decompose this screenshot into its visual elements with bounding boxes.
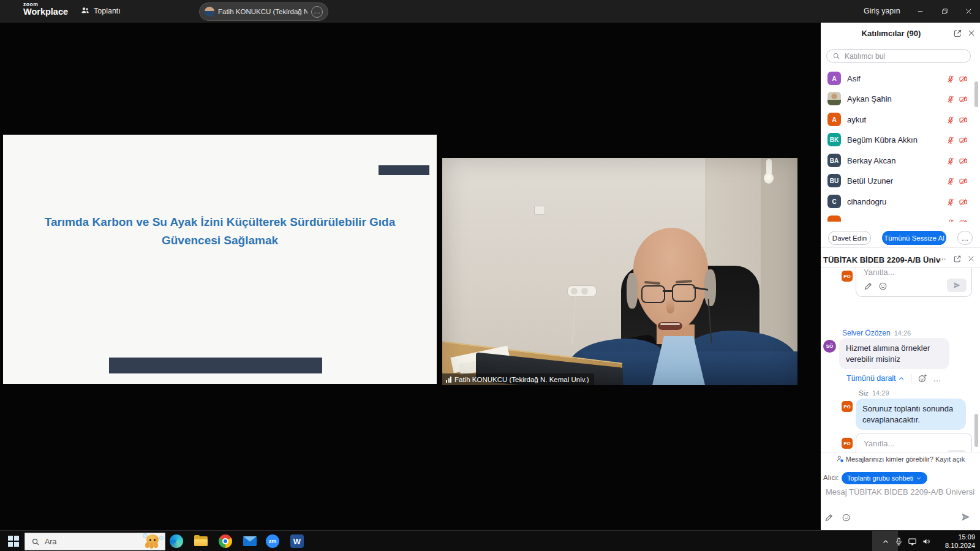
reply-composer[interactable]: Yanıtla... — [856, 433, 972, 452]
chevron-up-icon — [898, 375, 905, 382]
tray-mic-icon[interactable] — [894, 537, 903, 546]
collapse-all-link[interactable]: Tümünü daralt — [846, 374, 905, 383]
send-reply-button[interactable] — [947, 279, 967, 292]
restore-window-icon[interactable] — [941, 7, 949, 15]
close-icon[interactable] — [967, 29, 976, 37]
mic-muted-icon — [946, 75, 955, 83]
thread-more-icon[interactable]: … — [933, 374, 941, 383]
chat-bubble: Sorunuz toplantı sonunda cevaplanacaktır… — [856, 399, 966, 430]
tray-display-icon[interactable] — [908, 537, 917, 546]
camera-off-icon — [959, 219, 968, 222]
meeting-stage: Tarımda Karbon ve Su Ayak İzini Küçülter… — [0, 23, 821, 530]
person-privacy-icon — [836, 455, 844, 463]
send-message-icon[interactable] — [960, 512, 971, 522]
chat-scrollbar[interactable] — [974, 414, 978, 447]
reply-composer-partial[interactable]: Yanıtla... — [856, 268, 972, 297]
mic-muted-icon — [946, 136, 955, 144]
file-explorer-icon[interactable] — [194, 534, 208, 548]
signal-bars-icon — [446, 377, 451, 383]
collapse-all-label: Tümünü daralt — [846, 374, 896, 383]
mic-muted-icon — [946, 198, 955, 206]
thread-tools: Tümünü daralt … — [846, 373, 941, 383]
taskbar-clock[interactable]: 15:09 8.10.2024 — [938, 533, 975, 550]
emoji-icon[interactable] — [842, 513, 851, 522]
participant-row[interactable]: Aykan Şahin — [821, 90, 980, 108]
participant-search[interactable] — [826, 49, 971, 63]
recipient-value: Toplantı grubu sohbeti — [847, 474, 913, 482]
participant-row[interactable]: BK Begüm Kübra Akkın — [821, 131, 980, 149]
start-button[interactable] — [8, 536, 20, 547]
chat-scroll-area[interactable]: PO Yanıtla... Selver Özözen14:26 SÖ Hizm… — [821, 268, 980, 452]
video-vignette — [442, 158, 797, 385]
participants-scrollbar[interactable] — [974, 81, 978, 107]
participant-name: Aykan Şahin — [847, 94, 892, 103]
video-name-label: Fatih KONUKCU (Tekirdağ N. Kemal Univ.) — [442, 373, 594, 385]
participant-row[interactable]: A aykut — [821, 111, 980, 129]
avatar: A — [827, 72, 841, 85]
participant-row[interactable]: A Asif — [821, 70, 980, 88]
mic-muted-icon — [946, 116, 955, 124]
message-input[interactable]: Mesaj TÜBİTAK BİDEB 2209-A/B Üniversit..… — [826, 487, 975, 497]
message-header: Siz14:29 — [859, 389, 889, 397]
participant-row-partial[interactable] — [821, 214, 980, 222]
people-icon — [80, 6, 90, 15]
avatar: SÖ — [823, 340, 836, 353]
participant-name: aykut — [847, 115, 866, 124]
chrome-icon[interactable] — [219, 534, 232, 548]
invite-button[interactable]: Davet Edin — [828, 231, 871, 245]
meeting-options-icon[interactable]: … — [311, 6, 323, 18]
search-highlight-octopus-icon[interactable] — [142, 533, 163, 551]
format-pen-icon[interactable] — [864, 282, 873, 291]
word-icon[interactable]: W — [290, 534, 304, 548]
clock-time: 15:09 — [938, 533, 975, 541]
avatar: PO — [842, 438, 853, 449]
mute-all-button[interactable]: Tümünü Sessize Al — [882, 231, 946, 245]
zoom-app-icon[interactable]: zm — [266, 534, 279, 548]
active-meeting-tab[interactable]: Fatih KONUKCU (Tekirdağ N. Ken … — [199, 2, 328, 21]
participant-search-input[interactable] — [843, 51, 965, 61]
tray-speaker-icon[interactable] — [922, 537, 931, 546]
close-window-icon[interactable] — [965, 7, 973, 15]
message-time: 14:26 — [894, 329, 911, 337]
recipient-label: Alıcı: — [823, 474, 839, 481]
participant-row[interactable]: BU Betül Uzuner — [821, 172, 980, 190]
privacy-note: Mesajlarınızı kimler görebilir? Kayıt aç… — [821, 455, 980, 463]
message-author: Siz — [859, 389, 869, 397]
close-icon[interactable] — [967, 255, 975, 263]
tab-meeting[interactable]: Toplantı — [94, 7, 121, 15]
avatar — [205, 7, 214, 17]
recipient-selector[interactable]: Toplantı grubu sohbeti — [842, 472, 927, 484]
avatar: PO — [842, 401, 853, 412]
chat-more-icon[interactable]: … — [938, 252, 946, 261]
minimize-icon[interactable] — [916, 7, 924, 15]
mail-icon[interactable] — [243, 534, 257, 548]
message-author: Selver Özözen — [842, 329, 891, 337]
avatar-photo — [827, 92, 841, 105]
avatar: PO — [842, 271, 853, 282]
participant-row[interactable]: C cihandogru — [821, 193, 980, 211]
avatar: BU — [827, 174, 841, 187]
avatar: C — [827, 195, 841, 208]
popout-icon[interactable] — [953, 29, 962, 38]
shared-presentation-slide: Tarımda Karbon ve Su Ayak İzini Küçülter… — [3, 135, 437, 384]
search-icon — [31, 538, 40, 546]
participant-name: cihandogru — [847, 197, 886, 206]
chat-bubble: Hizmet alımına örnekler verebilir misini… — [839, 338, 949, 369]
edge-icon[interactable] — [170, 534, 183, 548]
format-pen-icon[interactable] — [824, 513, 834, 522]
tray-chevron-up-icon[interactable] — [882, 538, 889, 545]
divider — [911, 374, 911, 383]
popout-icon[interactable] — [953, 255, 962, 263]
emoji-add-icon[interactable] — [918, 373, 927, 383]
emoji-icon[interactable] — [878, 282, 888, 291]
mic-muted-icon — [946, 95, 955, 103]
window-titlebar: zoom Workplace Toplantı Fatih KONUKCU (T… — [0, 0, 980, 23]
windows-taskbar: Ara zm W 15:09 8.10.2024 — [0, 530, 980, 551]
sign-in-button[interactable]: Giriş yapın — [864, 7, 900, 15]
participant-list[interactable]: A Asif Aykan Şahin A aykut BK Begüm Kübr… — [821, 66, 980, 222]
speaker-name: Fatih KONUKCU (Tekirdağ N. Kemal Univ.) — [454, 376, 589, 383]
speaker-video-tile: Fatih KONUKCU (Tekirdağ N. Kemal Univ.) — [442, 158, 797, 385]
chevron-down-icon[interactable] — [60, 8, 67, 15]
participants-more-button[interactable]: … — [957, 231, 973, 245]
participant-row[interactable]: BA Berkay Akcan — [821, 152, 980, 170]
